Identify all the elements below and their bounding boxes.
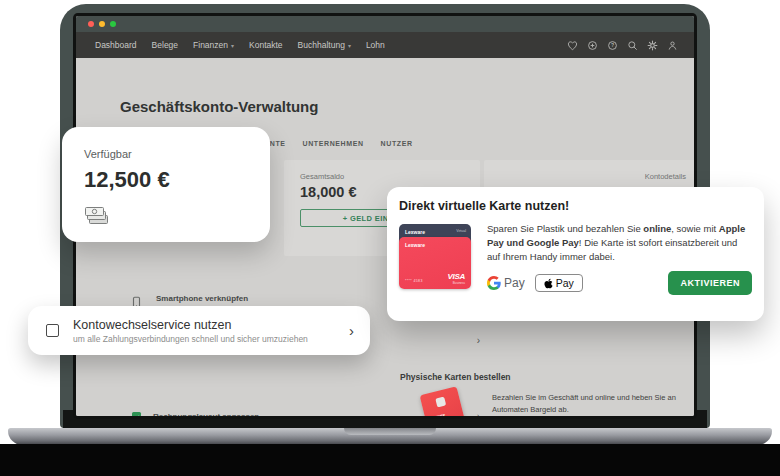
- visa-sub-label: Business: [453, 281, 465, 285]
- user-icon[interactable]: [667, 40, 678, 51]
- list-item-title: Rechnungslayout anpassen: [153, 412, 259, 416]
- card-brand: Lexware: [429, 412, 446, 416]
- physical-cards-section: Physische Karten bestellen Lexware VISA …: [400, 372, 694, 382]
- chevron-right-icon: ›: [477, 412, 480, 416]
- tab-unternehmen[interactable]: UNTERNEHMEN: [303, 140, 364, 153]
- laptop-notch: [344, 428, 436, 435]
- switch-service-subtitle: um alle Zahlungsverbindungen schnell und…: [73, 334, 308, 344]
- activate-button[interactable]: AKTIVIEREN: [668, 271, 752, 295]
- navbar-icon-group: ?: [567, 40, 678, 51]
- chevron-right-icon: ›: [349, 323, 354, 338]
- google-g-icon: [487, 276, 501, 290]
- virtual-card-title: Direkt virtuelle Karte nutzen!: [399, 199, 752, 213]
- plus-circle-icon[interactable]: [587, 40, 598, 51]
- card-number: **** 4583: [405, 279, 423, 283]
- top-navbar: Dashboard Belege Finanzen▾ Kontakte Buch…: [76, 32, 694, 58]
- chevron-right-icon: ›: [477, 336, 480, 346]
- window-titlebar: [76, 16, 694, 32]
- chevron-down-icon: ▾: [348, 42, 351, 49]
- physical-cards-title: Physische Karten bestellen: [400, 372, 694, 382]
- card-brand: Lexware: [405, 242, 425, 248]
- page-title: Geschäftskonto-Verwaltung: [120, 98, 318, 115]
- virtual-card-popup: Direkt virtuelle Karte nutzen! Lexware V…: [387, 187, 764, 321]
- visa-logo: VISA: [448, 273, 465, 281]
- available-amount: 12,500 €: [84, 167, 248, 193]
- nav-item-dashboard[interactable]: Dashboard: [95, 40, 137, 50]
- zoom-window-icon[interactable]: [110, 21, 116, 27]
- mockup-stage: Dashboard Belege Finanzen▾ Kontakte Buch…: [0, 0, 780, 476]
- svg-text:?: ?: [611, 42, 614, 48]
- chevron-down-icon: ▾: [231, 42, 234, 49]
- close-window-icon[interactable]: [88, 21, 94, 27]
- account-switch-service-row[interactable]: Kontowechselservice nutzen um alle Zahlu…: [28, 306, 370, 355]
- heart-icon[interactable]: [567, 40, 578, 51]
- checked-checkbox-icon[interactable]: [132, 412, 141, 416]
- virtual-card-front: Lexware **** 4583 VISA Business: [399, 237, 471, 289]
- apple-icon: [544, 278, 553, 289]
- unchecked-checkbox[interactable]: [46, 324, 59, 337]
- available-balance-card: Verfügbar 12,500 €: [62, 127, 270, 242]
- nav-item-kontakte[interactable]: Kontakte: [249, 40, 283, 50]
- google-pay-logo: Pay: [487, 276, 525, 290]
- nav-item-finanzen[interactable]: Finanzen▾: [193, 40, 234, 50]
- apple-pay-badge: Pay: [535, 274, 583, 292]
- floor-shadow: [0, 444, 780, 476]
- list-item-title: Smartphone verknüpfen: [156, 294, 337, 303]
- virtual-card-image: Lexware Virtual Lexware **** 4583 VISA B…: [399, 222, 477, 304]
- physical-cards-description: Bezahlen Sie im Geschäft und online und …: [492, 392, 688, 415]
- gear-icon[interactable]: [647, 40, 658, 51]
- switch-service-title: Kontowechselservice nutzen: [73, 318, 308, 332]
- minimize-window-icon[interactable]: [99, 21, 105, 27]
- balance-label: Gesamtsaldo: [300, 172, 464, 181]
- card-chip-icon: [435, 397, 446, 408]
- nav-item-belege[interactable]: Belege: [152, 40, 178, 50]
- help-circle-icon[interactable]: ?: [607, 40, 618, 51]
- tab-nutzer[interactable]: NUTZER: [381, 140, 413, 153]
- virtual-card-description: Sparen Sie Plastik und bezahlen Sie onli…: [487, 222, 752, 263]
- nav-item-buchhaltung[interactable]: Buchhaltung▾: [298, 40, 351, 50]
- virtual-label: Virtual: [456, 229, 466, 233]
- physical-card-image: Lexware VISA: [420, 386, 471, 416]
- available-label: Verfügbar: [84, 148, 248, 160]
- banknotes-icon: [84, 205, 248, 229]
- nav-item-lohn[interactable]: Lohn: [366, 40, 385, 50]
- laptop-base: [8, 428, 772, 445]
- search-icon[interactable]: [627, 40, 638, 51]
- card-brand: Lexware: [405, 229, 425, 235]
- account-details-label: Kontodetails: [498, 172, 686, 181]
